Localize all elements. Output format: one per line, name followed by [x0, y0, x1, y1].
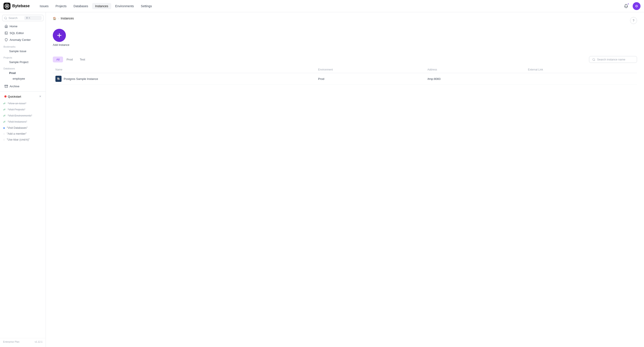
quickstart-item-5: ○ "Add a member" — [0, 131, 46, 137]
svg-point-3 — [4, 17, 6, 19]
cell-environment: Prod — [316, 73, 425, 85]
svg-rect-7 — [4, 85, 8, 86]
col-name: Name — [53, 66, 316, 73]
sidebar-item-sql-editor[interactable]: SQL Editor — [1, 30, 44, 36]
plan-label: Enterprise Plan — [3, 340, 20, 343]
logo-icon — [4, 3, 10, 10]
search-icon — [4, 17, 7, 20]
instance-name: Postgres Sample Instance — [64, 77, 98, 81]
filter-prod[interactable]: Prod — [63, 57, 76, 62]
cell-external-link — [525, 73, 637, 85]
breadcrumb-home[interactable]: 🏠 — [53, 17, 56, 20]
table-header: Name Environment Address External Link — [53, 66, 637, 73]
quickstart-item-label-4: "Visit Databases" — [7, 126, 28, 129]
plus-icon — [56, 32, 62, 39]
notification-button[interactable] — [622, 2, 630, 10]
filter-test[interactable]: Test — [76, 57, 89, 62]
logo[interactable]: Bytebase — [4, 3, 30, 10]
breadcrumb-separator: › — [58, 17, 59, 20]
col-external-link: External Link — [525, 66, 637, 73]
quickstart-red-dot — [4, 95, 6, 98]
quickstart-label: Quickstart — [8, 95, 21, 98]
instances-table: Name Environment Address External Link 🐘… — [53, 66, 637, 85]
global-search[interactable]: Search ⌘ K — [2, 15, 44, 21]
check-icon-0: ✓ — [3, 102, 6, 105]
col-address: Address — [425, 66, 525, 73]
main-layout: Search ⌘ K Home SQL Editor Anomaly Cente… — [0, 12, 644, 347]
search-instances[interactable]: Search instance name — [589, 56, 637, 63]
table-body: 🐘 Postgres Sample Instance Prod /tmp:808… — [53, 73, 637, 85]
breadcrumb: 🏠 › Instances — [53, 17, 74, 20]
main-content: 🏠 › Instances ? Add Instance All Prod Te… — [46, 12, 644, 347]
topnav-links: Issues Projects Databases Instances Envi… — [37, 3, 620, 9]
db-employee-label: employee — [13, 77, 25, 80]
archive-icon — [4, 85, 8, 88]
postgres-icon: 🐘 — [56, 76, 62, 82]
db-prod-label: Prod — [9, 71, 16, 75]
check-icon-5: ○ — [3, 132, 5, 136]
check-icon-1: ✓ — [3, 108, 6, 112]
help-button[interactable]: ? — [630, 17, 637, 24]
nav-environments[interactable]: Environments — [112, 3, 137, 9]
shield-icon — [4, 38, 8, 42]
sample-project-label: Sample Project — [9, 61, 28, 64]
sidebar-project-sample[interactable]: Sample Project — [1, 59, 44, 65]
sidebar-db-employee[interactable]: employee — [1, 76, 44, 81]
nav-settings[interactable]: Settings — [138, 3, 155, 9]
sample-issue-label: Sample Issue — [9, 50, 26, 53]
quickstart-title: Quickstart — [4, 95, 21, 98]
cell-address: /tmp:8083 — [425, 73, 525, 85]
notification-dot — [628, 3, 629, 5]
sidebar-item-home[interactable]: Home — [1, 23, 44, 30]
search-placeholder: Search — [8, 16, 23, 20]
sidebar-db-prod[interactable]: Prod — [1, 70, 44, 76]
version-label: v1.12.1 — [35, 340, 42, 343]
sidebar-anomaly-label: Anomaly Center — [10, 38, 31, 42]
svg-point-2 — [6, 5, 8, 7]
quickstart-item-0: ✓ "View an issue" — [0, 100, 46, 107]
table-row[interactable]: 🐘 Postgres Sample Instance Prod /tmp:808… — [53, 73, 637, 85]
filter-row: All Prod Test Search instance name — [53, 56, 637, 63]
quickstart-item-6: ○ "Use kbar (cmd-k)" — [0, 137, 46, 143]
svg-line-4 — [6, 19, 7, 19]
home-icon — [4, 25, 8, 28]
quickstart-item-3: ✓ "Visit Instances" — [0, 119, 46, 125]
check-icon-3: ✓ — [3, 120, 6, 124]
filter-all[interactable]: All — [53, 57, 63, 62]
search-shortcut: ⌘ K — [24, 16, 42, 20]
search-instances-placeholder: Search instance name — [597, 58, 625, 61]
quickstart-item-2: ✓ "Visit Environments" — [0, 113, 46, 119]
logo-text: Bytebase — [12, 4, 30, 8]
sidebar-item-anomaly-center[interactable]: Anomaly Center — [1, 37, 44, 43]
quickstart-item-label-2: "Visit Environments" — [8, 114, 32, 117]
sidebar-bookmark-sample-issue[interactable]: Sample Issue — [1, 49, 44, 54]
projects-section-label: Projects — [0, 54, 46, 59]
add-instance-button[interactable] — [53, 29, 66, 42]
quickstart-item-4: ● "Visit Databases" — [0, 125, 46, 131]
topnav: Bytebase Issues Projects Databases Insta… — [0, 0, 644, 12]
nav-databases[interactable]: Databases — [70, 3, 91, 9]
nav-issues[interactable]: Issues — [37, 3, 52, 9]
search-instances-icon — [592, 58, 595, 61]
user-avatar[interactable]: O — [633, 2, 640, 10]
check-icon-2: ✓ — [3, 114, 6, 118]
archive-label: Archive — [10, 85, 20, 88]
quickstart-item-label-6: "Use kbar (cmd-k)" — [7, 138, 30, 141]
sidebar-sql-label: SQL Editor — [10, 32, 24, 35]
nav-instances[interactable]: Instances — [92, 3, 111, 9]
sidebar: Search ⌘ K Home SQL Editor Anomaly Cente… — [0, 12, 46, 347]
nav-projects[interactable]: Projects — [52, 3, 70, 9]
cell-name: 🐘 Postgres Sample Instance — [53, 73, 316, 85]
quickstart-section: Quickstart × ✓ "View an issue" ✓ "Visit … — [0, 92, 46, 143]
bookmarks-section-label: Bookmarks — [0, 43, 46, 49]
breadcrumb-current: Instances — [61, 17, 74, 20]
topnav-right: O — [622, 2, 640, 10]
sidebar-home-label: Home — [10, 25, 18, 28]
quickstart-item-label-3: "Visit Instances" — [8, 120, 27, 123]
svg-point-11 — [593, 58, 595, 60]
sidebar-item-archive[interactable]: Archive — [1, 83, 44, 90]
quickstart-close-button[interactable]: × — [39, 95, 41, 98]
col-environment: Environment — [316, 66, 425, 73]
check-icon-6: ○ — [3, 138, 5, 141]
check-icon-4: ● — [3, 126, 5, 130]
